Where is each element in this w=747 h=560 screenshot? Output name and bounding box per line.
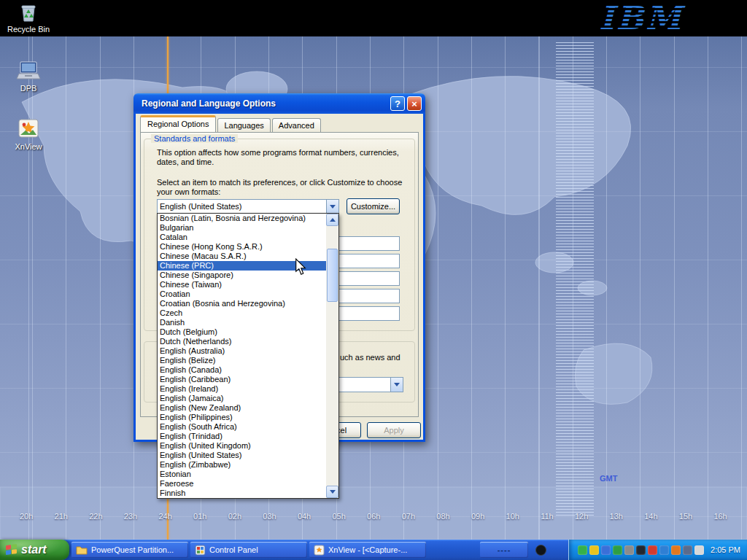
tray-icon[interactable] (671, 545, 681, 555)
scrollbar-thumb[interactable] (327, 249, 338, 302)
xnview-task-icon (314, 545, 325, 556)
dropdown-item[interactable]: English (Philippines) (158, 413, 326, 422)
dpb-shortcut[interactable]: DPB (4, 60, 53, 93)
taskbar-clock[interactable]: 2:05 PM (711, 545, 740, 554)
hour-label: 09h (471, 512, 484, 521)
dropdown-item[interactable]: English (Ireland) (158, 384, 326, 394)
dropdown-scrollbar[interactable] (326, 214, 338, 498)
dialog-titlebar[interactable]: Regional and Language Options ? × (133, 93, 425, 114)
hour-label: 16h (713, 512, 727, 521)
dropdown-item[interactable]: English (Belize) (158, 356, 326, 365)
dpb-label: DPB (4, 84, 53, 93)
dropdown-item[interactable]: English (Caribbean) (158, 375, 326, 384)
close-button[interactable]: × (407, 96, 422, 111)
recycle-bin-icon (19, 2, 38, 23)
taskbar-dark-icon[interactable] (535, 545, 546, 556)
tray-icon[interactable] (694, 545, 704, 555)
location-dropdown-button[interactable] (390, 378, 403, 392)
task-button-control-panel[interactable]: Control Panel (190, 542, 307, 558)
task-button-overflow[interactable]: ---- (480, 542, 528, 558)
overflow-label: ---- (498, 545, 511, 554)
tray-icon[interactable] (589, 545, 599, 555)
dropdown-item[interactable]: English (Zimbabwe) (158, 460, 326, 470)
tab-regional-options[interactable]: Regional Options (140, 115, 216, 132)
task-label: PowerQuest Partition... (91, 545, 174, 554)
apply-button: Apply (367, 422, 421, 438)
hour-label: 11h (541, 512, 554, 521)
tab-advanced[interactable]: Advanced (272, 118, 321, 132)
standards-instruction: Select an item to match its preferences,… (157, 178, 411, 197)
tray-icon[interactable] (636, 545, 646, 555)
hour-label: 05h (332, 512, 345, 521)
tray-icon[interactable] (578, 545, 587, 555)
dropdown-item[interactable]: Croatian (158, 289, 326, 299)
top-black-bar: IBM (0, 0, 747, 36)
gmt-label: GMT (600, 474, 617, 483)
hour-label: 14h (644, 512, 657, 521)
hour-label: 22h (89, 512, 102, 521)
hour-label: 02h (228, 512, 241, 521)
hour-label: 03h (263, 512, 276, 521)
recycle-bin-shortcut[interactable]: Recycle Bin (4, 2, 53, 34)
tray-icon[interactable] (613, 545, 622, 555)
dropdown-item[interactable]: English (Australia) (158, 346, 326, 356)
format-combobox-value: English (United States) (158, 202, 326, 211)
start-button[interactable]: start (0, 540, 69, 560)
ibm-logo: IBM (597, 1, 690, 35)
tray-icon[interactable] (648, 545, 657, 555)
hour-label: 04h (298, 512, 311, 521)
dropdown-item[interactable]: Bulgarian (158, 223, 326, 233)
dropdown-item[interactable]: Czech (158, 308, 326, 318)
dropdown-item[interactable]: English (United Kingdom) (158, 441, 326, 451)
task-button-xnview[interactable]: XnView - [<Capture-... (309, 542, 426, 558)
dropdown-item[interactable]: English (Canada) (158, 365, 326, 375)
tab-languages[interactable]: Languages (217, 118, 270, 132)
format-combobox[interactable]: English (United States) (157, 199, 339, 214)
dropdown-item[interactable]: English (United States) (158, 451, 326, 460)
xnview-shortcut[interactable]: XnView (4, 117, 53, 151)
dropdown-item[interactable]: Dutch (Netherlands) (158, 337, 326, 346)
dropdown-item[interactable]: English (Trinidad) (158, 432, 326, 441)
scroll-down-button[interactable] (326, 486, 338, 498)
dropdown-item[interactable]: English (South Africa) (158, 422, 326, 432)
dialog-title: Regional and Language Options (142, 98, 388, 109)
hour-label: 21h (55, 512, 68, 521)
system-tray: 2:05 PM (568, 540, 747, 560)
control-panel-icon (195, 545, 206, 556)
dropdown-item[interactable]: Finnish (158, 489, 326, 498)
hour-label: 08h (436, 512, 449, 521)
scroll-up-button[interactable] (326, 214, 338, 226)
dropdown-item[interactable]: Faeroese (158, 479, 326, 489)
dropdown-item[interactable]: Estonian (158, 470, 326, 479)
dropdown-item[interactable]: Catalan (158, 233, 326, 242)
help-button[interactable]: ? (390, 96, 405, 111)
dropdown-item[interactable]: English (Jamaica) (158, 394, 326, 403)
dropdown-item[interactable]: Croatian (Bosnia and Herzegovina) (158, 299, 326, 308)
tray-icon[interactable] (659, 545, 669, 555)
combobox-dropdown-button[interactable] (326, 200, 338, 213)
dropdown-item[interactable]: Chinese (Hong Kong S.A.R.) (158, 242, 326, 252)
hour-label: 07h (402, 512, 415, 521)
dropdown-item[interactable]: Danish (158, 318, 326, 327)
customize-button[interactable]: Customize... (347, 198, 400, 214)
dropdown-item[interactable]: Bosnian (Latin, Bosnia and Herzegovina) (158, 214, 326, 223)
hour-label: 20h (20, 512, 33, 521)
tray-icon[interactable] (601, 545, 611, 555)
dropdown-item[interactable]: Dutch (Belgium) (158, 327, 326, 337)
dropdown-item[interactable]: English (New Zealand) (158, 403, 326, 413)
windows-flag-icon (6, 543, 18, 556)
chevron-down-icon (330, 205, 336, 209)
tray-icon[interactable] (624, 545, 634, 555)
laptop-icon (16, 60, 41, 82)
language-dropdown-list: Bosnian (Latin, Bosnia and Herzegovina)B… (157, 213, 339, 499)
xnview-label: XnView (4, 142, 53, 151)
recycle-bin-label: Recycle Bin (4, 25, 53, 34)
dropdown-item[interactable]: Chinese (Taiwan) (158, 280, 326, 289)
date-line-hatching (556, 42, 594, 516)
standards-group-label: Standards and formats (151, 134, 238, 143)
task-button-powerquest[interactable]: PowerQuest Partition... (71, 542, 188, 558)
hour-label: 06h (367, 512, 380, 521)
tray-icon[interactable] (683, 545, 692, 555)
dropdown-items: Bosnian (Latin, Bosnia and Herzegovina)B… (158, 214, 326, 498)
desktop: GMT 20h21h22h23h24h01h02h03h04h05h06h07h… (0, 0, 747, 560)
